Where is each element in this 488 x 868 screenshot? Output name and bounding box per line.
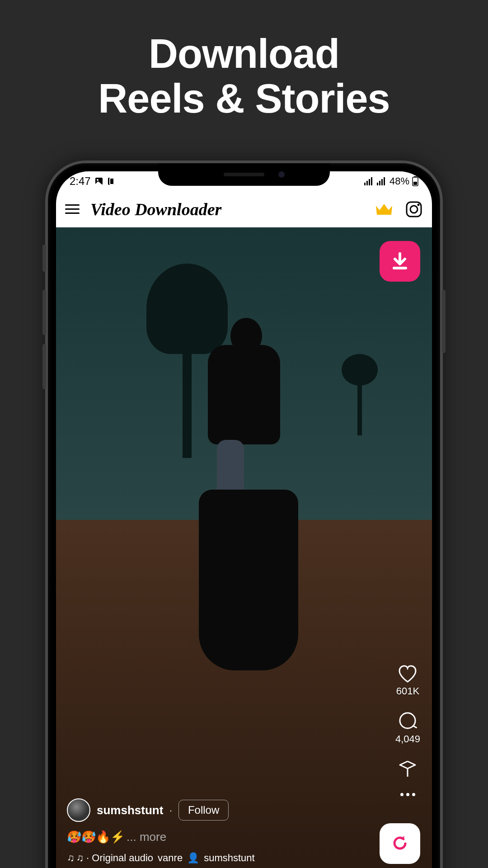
comment-count: 4,049 [395, 733, 420, 745]
promo-title: Download Reels & Stories [0, 0, 488, 121]
caption-more: ... more [127, 830, 166, 844]
phone-screen: 2:47 48% [56, 171, 432, 868]
caption-text[interactable]: 🥵🥵🔥⚡ ... more [67, 830, 360, 844]
instagram-icon[interactable] [405, 200, 423, 218]
caption-emoji: 🥵🥵🔥⚡ [67, 830, 125, 844]
status-time: 2:47 [70, 175, 91, 188]
svg-point-1 [97, 179, 99, 181]
phone-notch [158, 163, 330, 186]
svg-rect-9 [377, 183, 378, 185]
svg-rect-10 [379, 181, 380, 185]
svg-rect-11 [381, 179, 383, 185]
svg-rect-4 [110, 179, 113, 184]
audio-label: ♫ · Original audio [76, 852, 154, 864]
follow-button[interactable]: Follow [178, 800, 229, 821]
video-scene [56, 227, 432, 868]
app-title: Video Downloader [90, 199, 363, 219]
svg-rect-12 [384, 177, 385, 185]
svg-rect-15 [413, 182, 417, 185]
signal-icon [364, 177, 374, 185]
like-count: 601K [396, 685, 419, 697]
share-button[interactable] [398, 760, 417, 778]
status-battery-text: 48% [389, 175, 409, 187]
promo-line1: Download [0, 32, 488, 76]
audio-user: sumshstunt [204, 852, 255, 864]
notch-camera [278, 171, 285, 178]
avatar[interactable] [67, 798, 90, 822]
comment-button[interactable]: 4,049 [395, 712, 420, 745]
more-button[interactable] [400, 793, 415, 796]
like-button[interactable]: 601K [396, 665, 419, 697]
gallery-icon [94, 177, 103, 186]
svg-rect-7 [369, 179, 370, 185]
phone-frame: 2:47 48% [45, 160, 443, 868]
phone-volume-down [42, 344, 46, 389]
promo-line2: Reels & Stories [0, 76, 488, 121]
phone-mute-switch [42, 245, 46, 272]
app-header: Video Downloader [56, 191, 432, 227]
svg-rect-6 [366, 181, 368, 185]
phone-power-button [442, 290, 446, 353]
crown-icon[interactable] [374, 201, 394, 217]
svg-point-18 [418, 203, 420, 206]
signal-icon-2 [377, 177, 387, 185]
refresh-button[interactable] [380, 823, 420, 864]
caption-area: sumshstunt · Follow 🥵🥵🔥⚡ ... more ♫ ♫ · … [67, 798, 360, 864]
video-area[interactable]: 601K 4,049 sumshstunt [56, 227, 432, 868]
music-icon: ♫ [67, 852, 75, 864]
svg-rect-5 [364, 183, 366, 185]
svg-point-17 [410, 206, 418, 213]
person-icon: 👤 [187, 852, 199, 864]
notch-speaker [224, 173, 264, 176]
sim-icon [107, 177, 115, 186]
menu-button[interactable] [65, 204, 80, 214]
audio-row[interactable]: ♫ ♫ · Original audio vanre 👤 sumshstunt [67, 852, 360, 864]
audio-artist: vanre [158, 852, 183, 864]
separator-dot: · [169, 805, 172, 816]
download-button[interactable] [380, 241, 420, 282]
side-actions: 601K 4,049 [395, 665, 420, 796]
phone-volume-up [42, 290, 46, 335]
svg-rect-8 [371, 177, 372, 185]
username[interactable]: sumshstunt [97, 803, 163, 817]
battery-icon [412, 176, 418, 186]
